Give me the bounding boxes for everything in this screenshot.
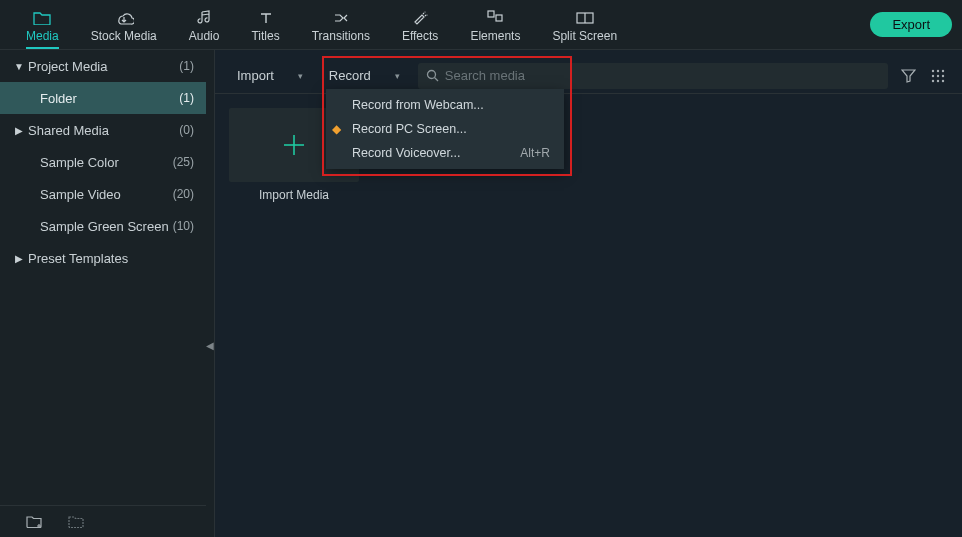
folder-icon [33,9,51,27]
export-label: Export [892,17,930,32]
svg-point-13 [942,74,944,76]
sidebar-item-shared-media[interactable]: ▶Shared Media(0) [0,114,206,146]
sidebar-item-count: (20) [173,187,194,201]
svg-point-0 [425,11,426,12]
search-field[interactable] [418,63,888,89]
split-screen-icon [576,9,594,27]
record-menu-item-0[interactable]: Record from Webcam... [326,93,564,117]
sidebar-collapse-handle[interactable]: ◀ [206,50,214,537]
effects-icon [412,9,428,27]
tab-label: Transitions [312,29,370,43]
svg-point-14 [932,79,934,81]
tab-effects[interactable]: Effects [386,0,454,49]
sidebar-item-label: Sample Video [40,187,173,202]
import-media-label: Import Media [259,188,329,202]
sidebar-item-count: (1) [179,91,194,105]
sidebar-bottom [0,505,206,537]
svg-point-11 [932,74,934,76]
search-icon [426,69,439,82]
premium-diamond-icon: ◆ [332,122,341,136]
chevron-down-icon: ▼ [12,61,26,72]
svg-rect-2 [488,11,494,17]
sidebar: ▼Project Media(1)Folder(1)▶Shared Media(… [0,50,206,537]
chevron-down-icon: ▾ [395,71,400,81]
sidebar-item-label: Sample Color [40,155,173,170]
record-menu-item-2[interactable]: Record Voiceover...Alt+R [326,141,564,165]
menu-item-shortcut: Alt+R [520,146,550,160]
new-folder-icon[interactable] [24,512,44,532]
svg-point-12 [937,74,939,76]
sidebar-item-project-media[interactable]: ▼Project Media(1) [0,50,206,82]
menu-item-label: Record Voiceover... [352,146,460,160]
tab-label: Audio [189,29,220,43]
import-dropdown[interactable]: Import ▾ [229,64,311,87]
svg-line-7 [434,78,438,82]
record-label: Record [329,68,371,83]
tab-label: Media [26,29,59,43]
tab-label: Titles [251,29,279,43]
top-toolbar: Media Stock Media Audio Titles Transitio… [0,0,962,49]
transitions-icon [333,9,349,27]
svg-point-10 [942,69,944,71]
record-menu-item-1[interactable]: ◆Record PC Screen... [326,117,564,141]
tab-titles[interactable]: Titles [235,0,295,49]
record-menu: Record from Webcam...◆Record PC Screen..… [326,89,564,169]
tab-audio[interactable]: Audio [173,0,236,49]
sidebar-item-label: Folder [40,91,179,106]
sidebar-item-sample-green-screen[interactable]: Sample Green Screen(10) [0,210,206,242]
text-icon [259,9,273,27]
sidebar-item-label: Preset Templates [28,251,194,266]
chevron-left-icon: ◀ [206,340,214,351]
tab-label: Split Screen [552,29,617,43]
grid-view-icon[interactable] [928,66,948,86]
elements-icon [487,9,503,27]
tab-label: Stock Media [91,29,157,43]
svg-rect-3 [496,15,502,21]
svg-point-8 [932,69,934,71]
music-note-icon [196,9,212,27]
export-button[interactable]: Export [870,12,952,37]
svg-point-16 [942,79,944,81]
sidebar-item-count: (10) [173,219,194,233]
sidebar-item-label: Project Media [28,59,179,74]
svg-point-6 [427,71,435,79]
sidebar-item-sample-color[interactable]: Sample Color(25) [0,146,206,178]
sidebar-item-count: (0) [179,123,194,137]
chevron-down-icon: ▾ [298,71,303,81]
tab-transitions[interactable]: Transitions [296,0,386,49]
search-input[interactable] [445,68,880,83]
menu-item-label: Record PC Screen... [352,122,467,136]
import-label: Import [237,68,274,83]
tab-label: Elements [470,29,520,43]
tab-split-screen[interactable]: Split Screen [536,0,633,49]
svg-point-15 [937,79,939,81]
tab-media[interactable]: Media [10,0,75,49]
sidebar-item-label: Sample Green Screen [40,219,173,234]
menu-item-label: Record from Webcam... [352,98,484,112]
sidebar-item-label: Shared Media [28,123,179,138]
tab-stock-media[interactable]: Stock Media [75,0,173,49]
sidebar-item-sample-video[interactable]: Sample Video(20) [0,178,206,210]
record-dropdown[interactable]: Record ▾ [321,64,408,87]
sidebar-item-count: (1) [179,59,194,73]
delete-folder-icon[interactable] [66,512,86,532]
sidebar-item-count: (25) [173,155,194,169]
svg-point-1 [427,14,428,15]
tab-label: Effects [402,29,438,43]
svg-point-9 [937,69,939,71]
tab-elements[interactable]: Elements [454,0,536,49]
cloud-download-icon [114,9,134,27]
chevron-right-icon: ▶ [12,125,26,136]
sidebar-item-preset-templates[interactable]: ▶Preset Templates [0,242,206,274]
sidebar-item-folder[interactable]: Folder(1) [0,82,206,114]
filter-icon[interactable] [898,66,918,86]
chevron-right-icon: ▶ [12,253,26,264]
